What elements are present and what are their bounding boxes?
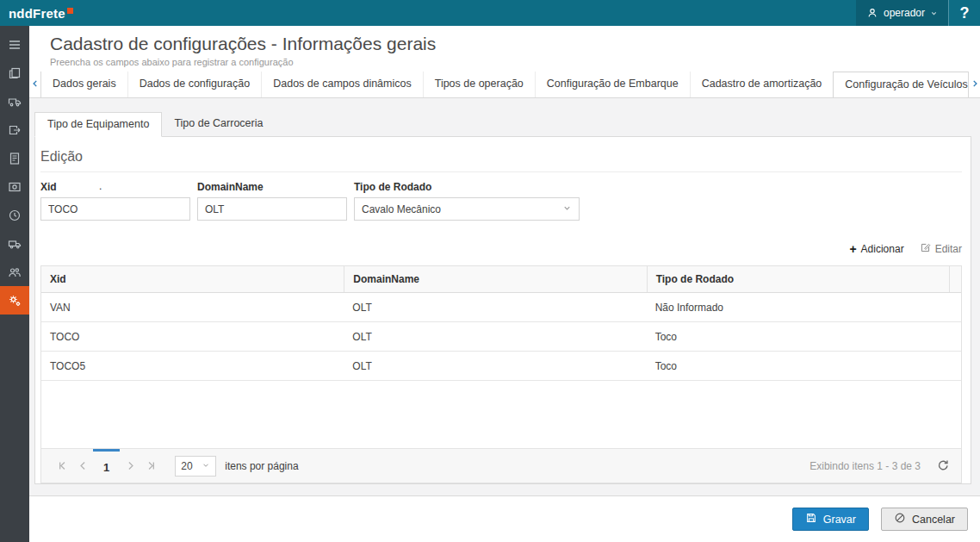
user-menu[interactable]: operador: [856, 0, 948, 26]
column-header-tipo-rodado[interactable]: Tipo de Rodado: [647, 266, 949, 292]
tab-cadastro-amortizacao[interactable]: Cadastro de amortização: [690, 72, 834, 97]
tab-dados-gerais[interactable]: Dados gerais: [41, 72, 127, 97]
cargo-truck-icon: [8, 237, 22, 251]
users-icon: [8, 265, 22, 279]
tipo-rodado-label: Tipo de Rodado: [354, 181, 580, 193]
main-area: Cadastro de configurações - Informações …: [29, 26, 980, 542]
cell-spacer: [949, 293, 966, 321]
grid-toolbar: + Adicionar Editar: [40, 238, 962, 260]
user-name: operador: [884, 7, 925, 19]
domainname-input[interactable]: [197, 197, 347, 221]
edit-panel: Edição . Xid DomainName Tipo de Rodado C…: [34, 136, 971, 484]
page-size-value: 20: [181, 460, 192, 472]
export-icon: [8, 123, 22, 137]
sidebar-item-export[interactable]: [0, 115, 29, 144]
sidebar-item-money-clock[interactable]: [0, 201, 29, 229]
chevron-down-icon: [930, 9, 938, 17]
subtab-tipo-equipamento[interactable]: Tipo de Equipamento: [34, 112, 162, 137]
sidebar-item-document[interactable]: [0, 144, 29, 172]
current-page[interactable]: 1: [93, 449, 120, 483]
save-button[interactable]: Gravar: [792, 508, 869, 531]
tab-campos-dinamicos[interactable]: Dados de campos dinâmicos: [261, 72, 423, 97]
tipo-rodado-selected-value: Cavalo Mecânico: [362, 203, 441, 215]
add-button[interactable]: + Adicionar: [849, 243, 903, 255]
brand-logo: nddFrete: [0, 6, 73, 21]
field-domainname: DomainName: [197, 181, 347, 221]
cell-xid: VAN: [41, 293, 344, 321]
pager-status: Exibindo itens 1 - 3 de 3: [809, 460, 921, 472]
main-tabstrip: Dados gerais Dados de configuração Dados…: [29, 72, 980, 98]
footer-actions: Gravar Cancelar: [29, 495, 980, 542]
edit-button-label: Editar: [935, 243, 962, 255]
cell-domainname: OLT: [344, 352, 646, 380]
domainname-label: DomainName: [197, 181, 347, 193]
page-header: Cadastro de configurações - Informações …: [29, 26, 980, 72]
next-page-button[interactable]: [120, 456, 140, 477]
tab-config-embarque[interactable]: Configuração de Embarque: [535, 72, 690, 97]
truck-icon: [8, 95, 22, 109]
tipo-rodado-select[interactable]: Cavalo Mecânico: [354, 197, 580, 221]
subtabstrip: Tipo de Equipamento Tipo de Carroceria: [34, 112, 971, 136]
tabs-scroll-right-button[interactable]: [968, 72, 980, 97]
cell-tipo-rodado: Toco: [647, 322, 949, 351]
refresh-button[interactable]: [936, 458, 949, 474]
sidebar-item-users[interactable]: [0, 258, 29, 286]
tabs-viewport: Dados gerais Dados de configuração Dados…: [41, 72, 968, 97]
table-row[interactable]: TOCO5 OLT Toco: [41, 352, 961, 381]
pagination-bar: 1 20: [41, 448, 961, 483]
chevron-left-icon: [31, 78, 40, 91]
page-title: Cadastro de configurações - Informações …: [50, 33, 980, 55]
section-title: Edição: [40, 142, 962, 172]
save-button-label: Gravar: [823, 514, 856, 526]
cancel-circle-icon: [894, 512, 906, 526]
select-chevron-down-icon: [562, 203, 572, 215]
document-icon: [8, 152, 22, 165]
table-row[interactable]: VAN OLT Não Informado: [41, 293, 961, 322]
sidebar-item-copy[interactable]: [0, 59, 29, 87]
tab-dados-configuracao[interactable]: Dados de configuração: [127, 72, 262, 97]
copy-icon: [8, 66, 22, 80]
cell-domainname: OLT: [344, 322, 646, 351]
cell-domainname: OLT: [344, 293, 646, 321]
sidebar-item-truck[interactable]: [0, 87, 29, 115]
xid-input[interactable]: [40, 197, 190, 221]
content-area: Tipo de Equipamento Tipo de Carroceria E…: [29, 98, 980, 495]
money-box-icon: [8, 180, 22, 194]
save-disk-icon: [805, 512, 817, 526]
page-size-select[interactable]: 20: [175, 456, 216, 477]
page-subtitle: Preencha os campos abaixo para registrar…: [50, 57, 980, 67]
tab-tipos-operacao[interactable]: Tipos de operação: [423, 72, 535, 97]
tabs-scroll-left-button[interactable]: [29, 72, 41, 97]
column-header-xid[interactable]: Xid: [41, 266, 344, 292]
cell-tipo-rodado: Não Informado: [647, 293, 949, 321]
add-button-label: Adicionar: [861, 243, 904, 255]
edit-button[interactable]: Editar: [920, 242, 962, 256]
table-row[interactable]: TOCO OLT Toco: [41, 322, 961, 352]
gears-icon: [8, 294, 22, 308]
help-button[interactable]: ?: [949, 0, 980, 26]
edit-pencil-icon: [920, 242, 931, 256]
cancel-button-label: Cancelar: [912, 514, 955, 526]
cell-tipo-rodado: Toco: [647, 352, 949, 380]
sidebar-item-cargo-truck[interactable]: [0, 229, 29, 258]
cell-spacer: [949, 322, 966, 351]
money-clock-icon: [8, 209, 22, 222]
tab-config-veiculos[interactable]: Configuração de Veículos: [833, 72, 968, 97]
edit-form: Xid DomainName Tipo de Rodado Cavalo Mec…: [40, 181, 962, 221]
sidebar-item-money[interactable]: [0, 172, 29, 201]
field-tipo-rodado: Tipo de Rodado Cavalo Mecânico: [354, 181, 580, 221]
previous-page-button[interactable]: [72, 456, 93, 477]
cancel-button[interactable]: Cancelar: [881, 508, 968, 531]
refresh-icon: [936, 458, 949, 474]
column-header-domainname[interactable]: DomainName: [344, 266, 646, 292]
sidebar-item-settings[interactable]: [0, 286, 29, 315]
first-page-button[interactable]: [52, 456, 72, 477]
cell-xid: TOCO: [41, 322, 344, 351]
subtab-tipo-carroceria[interactable]: Tipo de Carroceria: [162, 112, 275, 136]
sidebar: [0, 26, 29, 542]
sidebar-item-menu[interactable]: [0, 30, 29, 59]
last-page-button[interactable]: [140, 456, 161, 477]
cell-spacer: [949, 352, 966, 380]
items-per-page-label: itens por página: [225, 460, 298, 472]
stray-dot: .: [99, 180, 102, 192]
